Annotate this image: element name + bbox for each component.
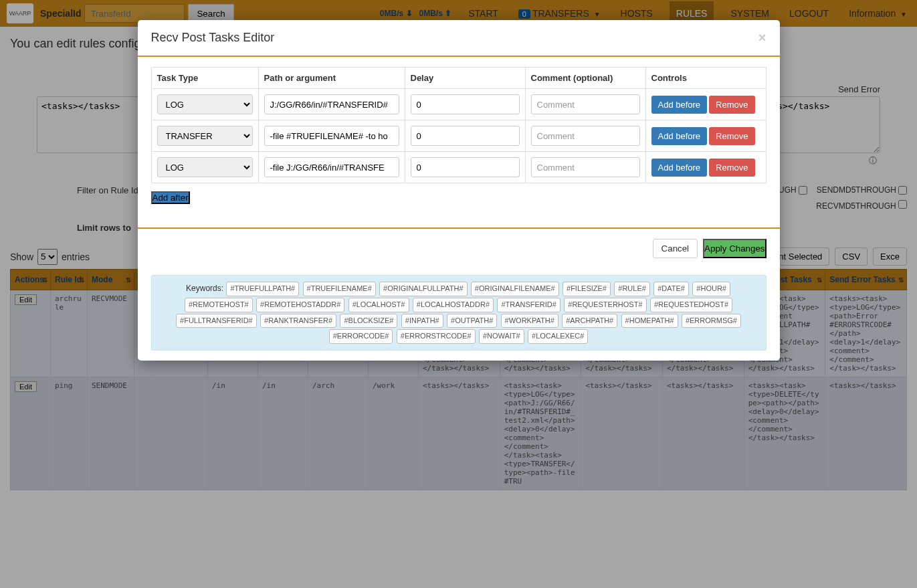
keyword-token[interactable]: #INPATH# (401, 314, 443, 328)
keyword-token[interactable]: #ORIGINALFULLPATH# (379, 282, 467, 296)
keyword-token[interactable]: #HOMEPATH# (621, 314, 678, 328)
keyword-token[interactable]: #TRUEFULLPATH# (226, 282, 299, 296)
task-column-header: Comment (optional) (525, 68, 645, 89)
task-type-select[interactable]: TRANSFER (157, 126, 253, 146)
keywords-panel: Keywords: #TRUEFULLPATH# #TRUEFILENAME# … (151, 275, 767, 351)
task-path-input[interactable] (264, 94, 399, 114)
keyword-token[interactable]: #RULE# (614, 282, 650, 296)
keyword-token[interactable]: #OUTPATH# (447, 314, 497, 328)
task-comment-input[interactable] (531, 126, 640, 146)
task-type-select[interactable]: LOG (157, 157, 253, 177)
task-column-header: Task Type (151, 68, 258, 89)
keyword-token[interactable]: #LOCALHOST# (348, 298, 409, 312)
task-delay-input[interactable] (411, 126, 520, 146)
task-row: TRANSFERAdd beforeRemove (151, 120, 766, 152)
keyword-token[interactable]: #BLOCKSIZE# (340, 314, 397, 328)
task-table: Task TypePath or argumentDelayComment (o… (151, 67, 767, 183)
remove-task-button[interactable]: Remove (709, 159, 754, 177)
remove-task-button[interactable]: Remove (709, 127, 754, 145)
keyword-token[interactable]: #HOUR# (692, 282, 730, 296)
task-delay-input[interactable] (411, 94, 520, 114)
remove-task-button[interactable]: Remove (709, 96, 754, 114)
keyword-token[interactable]: #TRANSFERID# (497, 298, 561, 312)
keyword-token[interactable]: #RANKTRANSFER# (260, 314, 336, 328)
task-path-input[interactable] (264, 126, 399, 146)
keyword-token[interactable]: #TRUEFILENAME# (303, 282, 376, 296)
apply-changes-button[interactable]: Apply Changes (703, 239, 766, 258)
add-before-button[interactable]: Add before (651, 127, 708, 145)
task-column-header: Path or argument (258, 68, 405, 89)
task-delay-input[interactable] (411, 157, 520, 177)
task-comment-input[interactable] (531, 157, 640, 177)
keyword-token[interactable]: #REMOTEHOST# (185, 298, 253, 312)
keyword-token[interactable]: #LOCALEXEC# (528, 329, 588, 344)
add-before-button[interactable]: Add before (651, 96, 708, 114)
task-path-input[interactable] (264, 157, 399, 177)
keyword-token[interactable]: #REQUESTEDHOST# (650, 298, 732, 312)
task-column-header: Delay (405, 68, 525, 89)
task-type-select[interactable]: LOG (157, 94, 253, 114)
keyword-token[interactable]: #ARCHPATH# (562, 314, 617, 328)
add-after-button[interactable]: Add after (151, 191, 190, 204)
keyword-token[interactable]: #NOWAIT# (479, 329, 524, 344)
keyword-token[interactable]: #ERRORMSG# (682, 314, 741, 328)
tasks-editor-modal: Recv Post Tasks Editor × Task TypePath o… (138, 20, 780, 361)
keyword-token[interactable]: #ORIGINALFILENAME# (471, 282, 559, 296)
keyword-token[interactable]: #DATE# (653, 282, 689, 296)
keyword-token[interactable]: #LOCALHOSTADDR# (413, 298, 494, 312)
modal-close-icon[interactable]: × (758, 30, 767, 45)
keyword-token[interactable]: #REQUESTERHOST# (564, 298, 646, 312)
keywords-label: Keywords: (186, 284, 223, 293)
keyword-token[interactable]: #REMOTEHOSTADDR# (256, 298, 344, 312)
task-comment-input[interactable] (531, 94, 640, 114)
keyword-token[interactable]: #FULLTRANSFERID# (176, 314, 257, 328)
modal-title: Recv Post Tasks Editor (151, 31, 275, 45)
cancel-button[interactable]: Cancel (653, 239, 698, 258)
keyword-token[interactable]: #ERRORSTRCODE# (397, 329, 476, 344)
keyword-token[interactable]: #ERRORCODE# (329, 329, 393, 344)
keyword-token[interactable]: #WORKPATH# (501, 314, 558, 328)
add-before-button[interactable]: Add before (651, 159, 708, 177)
task-column-header: Controls (645, 68, 766, 89)
task-row: LOGAdd beforeRemove (151, 152, 766, 183)
task-row: LOGAdd beforeRemove (151, 89, 766, 120)
keyword-token[interactable]: #FILESIZE# (563, 282, 611, 296)
